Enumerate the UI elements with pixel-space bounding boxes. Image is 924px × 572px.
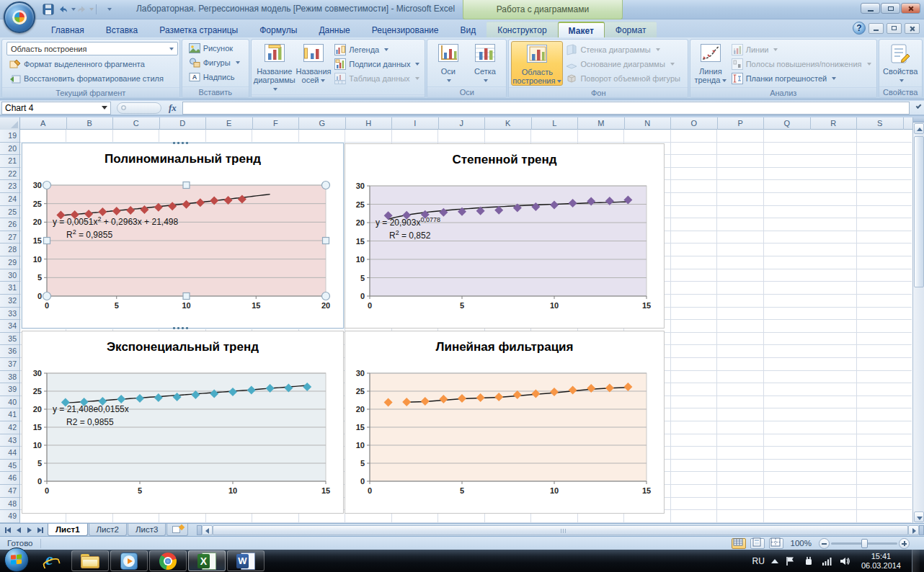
tab-3[interactable]: Разметка страницы [148,22,249,37]
row-header-42[interactable]: 42 [0,421,19,434]
zoom-level[interactable]: 100% [791,539,812,548]
undo-button[interactable] [58,3,74,16]
column-header-J[interactable]: J [439,117,486,130]
sheet-tab-2[interactable]: Лист2 [89,524,127,536]
sheet-tab-1[interactable]: Лист1 [48,524,88,536]
show-desktop-button[interactable] [912,550,920,572]
insert-shapes-button[interactable]: Фигуры [186,55,246,70]
chart-title-button[interactable]: Название диаграммы [254,41,296,93]
power-icon[interactable] [803,555,814,567]
row-header-47[interactable]: 47 [0,485,19,498]
row-header-43[interactable]: 43 [0,434,19,447]
formula-input[interactable] [182,102,910,115]
name-box[interactable]: Chart 4 [1,102,111,115]
restore-button[interactable] [881,3,900,14]
row-header-21[interactable]: 21 [0,155,19,168]
close-button[interactable] [901,3,920,14]
zoom-slider-thumb[interactable] [861,539,868,548]
taskbar-app-explorer[interactable] [71,550,109,571]
zoom-out-button[interactable] [819,538,830,549]
format-selection-button[interactable]: Формат выделенного фрагмента [6,57,177,71]
column-header-O[interactable]: O [671,117,718,130]
row-header-31[interactable]: 31 [0,282,19,295]
column-header-S[interactable]: S [857,117,904,130]
chart-plot-area[interactable]: 051015202530051015y = 20,903x0,0778R2 = … [345,144,664,328]
trendline-button[interactable]: Линия тренда [693,41,729,86]
column-header-B[interactable]: B [67,117,114,130]
show-hidden-icons-button[interactable] [771,559,778,563]
minimize-button[interactable] [861,3,880,14]
zoom-slider-track[interactable] [831,542,897,545]
column-header-H[interactable]: H [346,117,393,130]
column-header-K[interactable]: K [485,117,532,130]
axes-button[interactable]: Оси [430,41,466,85]
zoom-in-button[interactable] [899,538,910,549]
legend-button[interactable]: Легенда [332,43,422,57]
normal-view-button[interactable] [732,538,746,549]
help-button[interactable]: ? [853,22,866,35]
next-sheet-button[interactable] [25,525,34,535]
row-header-30[interactable]: 30 [0,269,19,282]
workbook-restore-button[interactable] [887,23,902,34]
language-indicator[interactable]: RU [752,556,765,566]
row-header-39[interactable]: 39 [0,383,19,396]
save-button[interactable] [40,3,56,16]
row-header-23[interactable]: 23 [0,180,19,193]
row-header-46[interactable]: 46 [0,472,19,485]
select-all-corner[interactable] [0,117,20,130]
tab-9[interactable]: Макет [558,22,605,37]
insert-sheet-button[interactable] [166,524,188,536]
data-table-button[interactable]: Таблица данных [332,71,422,86]
scroll-left-button[interactable] [202,525,213,535]
data-labels-button[interactable]: Подписи данных [332,57,422,71]
column-header-N[interactable]: N [625,117,672,130]
tab-7[interactable]: Вид [449,22,487,37]
error-bars-button[interactable]: Планки погрешностей [729,71,874,86]
name-box-dropdown-icon[interactable] [102,106,107,110]
column-header-F[interactable]: F [253,117,300,130]
horizontal-split-handle[interactable] [197,525,202,535]
column-header-A[interactable]: A [20,117,67,130]
row-header-26[interactable]: 26 [0,218,19,231]
vertical-scrollbar[interactable] [912,117,924,523]
insert-picture-button[interactable]: Рисунок [186,41,246,55]
page-layout-view-button[interactable] [750,538,765,549]
chart-linear-filter[interactable]: Линейная фильтрация 051015202530051015 [345,331,665,514]
taskbar-app-word[interactable]: W [227,550,265,571]
vertical-split-handle[interactable] [913,117,924,122]
updown-bars-button[interactable]: Полосы повышения/понижения [729,57,874,71]
tab-8[interactable]: Конструктор [487,22,557,37]
tab-6[interactable]: Рецензирование [361,22,450,37]
chart-plot-area[interactable]: 05101520253005101520y = 0,0051x2 + 0,296… [22,143,343,328]
taskbar-app-excel[interactable]: X [188,550,226,571]
chart-exponential-trend[interactable]: Экспонециальный тренд 051015202530051015… [22,331,344,514]
row-header-34[interactable]: 34 [0,320,19,333]
insert-textbox-button[interactable]: A Надпись [186,70,246,84]
action-center-icon[interactable] [785,555,796,567]
chart-plot-area[interactable]: 051015202530051015 [345,331,664,513]
page-break-view-button[interactable] [769,538,783,549]
taskbar-app-chrome[interactable] [149,550,187,571]
volume-icon[interactable] [839,555,850,567]
row-header-32[interactable]: 32 [0,295,19,308]
prev-sheet-button[interactable] [14,525,23,535]
row-header-48[interactable]: 48 [0,498,19,511]
workbook-close-button[interactable] [905,23,920,34]
chart-floor-button[interactable]: Основание диаграммы [563,57,683,71]
tab-1[interactable]: Главная [40,22,95,37]
row-header-24[interactable]: 24 [0,193,19,206]
insert-function-button[interactable]: fx [169,102,177,114]
horizontal-scrollbar[interactable] [197,524,924,536]
row-header-44[interactable]: 44 [0,447,19,460]
expand-formula-bar-button[interactable] [916,104,921,108]
tab-5[interactable]: Данные [308,22,360,37]
chart-elements-dropdown[interactable]: Область построения [6,42,178,55]
chart-polynomial-trend[interactable]: Полиноминальный тренд 051015202530051015… [22,143,344,329]
scroll-right-button[interactable] [908,525,919,535]
reset-style-button[interactable]: Восстановить форматирование стиля [6,71,177,86]
tab-4[interactable]: Формулы [249,22,308,37]
row-header-20[interactable]: 20 [0,143,19,156]
column-header-L[interactable]: L [532,117,579,130]
column-header-R[interactable]: R [811,117,858,130]
column-header-G[interactable]: G [299,117,346,130]
